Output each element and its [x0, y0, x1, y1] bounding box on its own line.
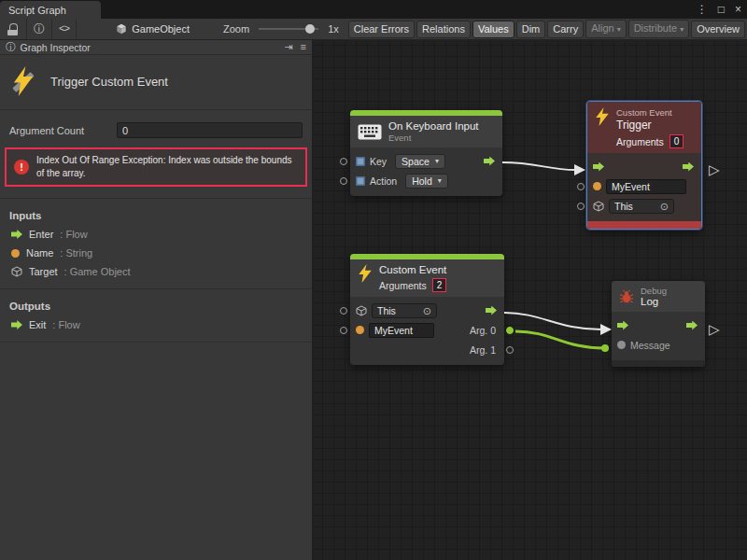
flow-in-port[interactable]: [617, 321, 628, 330]
trigger-out-port[interactable]: [484, 157, 495, 166]
overview-button[interactable]: Overview: [691, 21, 745, 38]
action-type-icon: [356, 176, 365, 186]
string-port-icon: [356, 326, 364, 334]
target-object-field[interactable]: This ⊙: [372, 303, 437, 318]
inspector-header: ⓘ Graph Inspector ⇥ ≡: [0, 40, 312, 55]
node-title: Trigger: [616, 119, 684, 132]
inspector-header-title: Graph Inspector: [21, 42, 91, 53]
keyboard-icon: [358, 124, 382, 140]
event-name-row: MyEvent: [593, 176, 696, 196]
tab-script-graph[interactable]: Script Graph: [0, 1, 101, 19]
lightning-icon: [358, 264, 373, 283]
gameobject-port-icon: [11, 266, 22, 277]
arg1-output-port[interactable]: [506, 346, 514, 354]
event-name-field[interactable]: MyEvent: [606, 179, 686, 194]
arguments-count-badge[interactable]: 0: [669, 134, 684, 148]
node-trigger-custom-event[interactable]: Custom Event Trigger Arguments 0: [586, 101, 702, 230]
message-row: Message: [617, 335, 699, 355]
gameobject-icon: [116, 23, 127, 35]
flow-out-port[interactable]: [683, 162, 694, 172]
main-area: ⓘ Graph Inspector ⇥ ≡ Trigger Custom Eve…: [0, 40, 747, 560]
node-title: Custom Event: [379, 264, 446, 275]
node-header[interactable]: Custom Event Arguments 2: [350, 259, 504, 297]
tab-label: Script Graph: [8, 5, 66, 16]
chevron-down-icon: ▾: [438, 176, 442, 185]
arguments-count-badge[interactable]: 2: [432, 278, 447, 292]
divider: [0, 288, 312, 289]
arg1-label: Arg. 1: [470, 344, 499, 356]
error-text: Index Out Of Range Exception: Index was …: [36, 154, 298, 180]
zoom-slider-knob[interactable]: [305, 24, 315, 34]
object-picker-icon[interactable]: ⊙: [423, 306, 431, 315]
carry-button[interactable]: Carry: [547, 21, 584, 38]
custom-event-unit-icon: [9, 66, 37, 96]
object-picker-icon[interactable]: ⊙: [660, 202, 669, 211]
key-port-row: Key Space ▾: [356, 151, 497, 171]
node-footer: [612, 360, 705, 367]
zoom-value: 1x: [328, 23, 339, 35]
chevron-down-icon: ▾: [617, 25, 621, 34]
node-body: Key Space ▾ Action Hold ▾: [350, 147, 502, 196]
key-dropdown[interactable]: Space ▾: [395, 154, 445, 169]
key-input-port[interactable]: [340, 158, 347, 165]
flow-port-row: [617, 315, 699, 335]
align-button[interactable]: Align▾: [585, 20, 626, 38]
graph-toolbar: ⓘ <> GameObject Zoom 1x Clear Errors Rel…: [0, 19, 747, 40]
node-header-text: Custom Event Arguments 2: [379, 264, 446, 292]
inspector-output-exit: Exit : Flow: [11, 319, 301, 330]
window-menu-icon[interactable]: ⋮: [697, 3, 708, 16]
flow-port-row: [593, 157, 696, 176]
name-input-port[interactable]: [577, 183, 585, 190]
lightning-icon: [595, 107, 610, 126]
panel-menu-icon[interactable]: ≡: [301, 41, 306, 53]
flow-out-port[interactable]: [686, 321, 698, 330]
node-custom-event[interactable]: Custom Event Arguments 2: [350, 254, 504, 365]
close-icon[interactable]: ×: [735, 3, 741, 16]
lock-icon[interactable]: [7, 23, 19, 35]
dim-button[interactable]: Dim: [516, 21, 546, 38]
node-title: On Keyboard Input: [388, 120, 479, 132]
argument-count-input[interactable]: [117, 122, 303, 138]
node-category: Custom Event: [616, 107, 684, 118]
graph-canvas[interactable]: On Keyboard Input Event Key Space ▾: [313, 40, 747, 560]
arg1-row: Arg. 1: [356, 340, 499, 359]
node-header[interactable]: On Keyboard Input Event: [350, 116, 502, 147]
argument-count-label: Argument Count: [9, 125, 117, 136]
gameobject-port-icon: [356, 305, 367, 316]
target-input-port[interactable]: [577, 203, 585, 210]
code-icon[interactable]: <>: [52, 19, 76, 40]
key-type-icon: [356, 157, 365, 166]
string-port-icon: [11, 249, 20, 258]
node-debug-log[interactable]: Debug Log Message: [612, 281, 705, 367]
inputs-header: Inputs: [9, 210, 303, 221]
name-input-port[interactable]: [340, 327, 347, 334]
target-input-port[interactable]: [340, 307, 347, 315]
node-header[interactable]: Custom Event Trigger Arguments 0: [587, 102, 701, 153]
flow-in-port[interactable]: [593, 162, 604, 172]
inspector-input-name: Name : String: [11, 247, 301, 259]
node-on-keyboard-input[interactable]: On Keyboard Input Event Key Space ▾: [350, 110, 502, 196]
target-object-field[interactable]: This ⊙: [609, 199, 674, 214]
distribute-button[interactable]: Distribute▾: [628, 20, 689, 38]
relations-button[interactable]: Relations: [416, 21, 471, 38]
event-name-field[interactable]: MyEvent: [369, 323, 434, 338]
zoom-slider[interactable]: [259, 28, 318, 30]
gameobject-selector[interactable]: GameObject: [116, 23, 190, 35]
clear-errors-button[interactable]: Clear Errors: [348, 21, 415, 38]
tab-bar: Script Graph ⋮ □ ×: [0, 0, 747, 19]
info-icon[interactable]: ⓘ: [27, 19, 51, 40]
string-port-icon: [593, 182, 601, 190]
dock-icon[interactable]: ⇥: [284, 41, 292, 53]
flow-out-port[interactable]: [486, 306, 497, 315]
outputs-header: Outputs: [9, 301, 303, 312]
values-button[interactable]: Values: [472, 21, 514, 38]
action-dropdown[interactable]: Hold ▾: [405, 174, 448, 189]
divider: [0, 342, 312, 343]
inspector-input-target: Target : Game Object: [11, 266, 301, 277]
maximize-icon[interactable]: □: [718, 3, 725, 16]
node-header[interactable]: Debug Log: [612, 281, 705, 312]
graph-inspector-panel: ⓘ Graph Inspector ⇥ ≡ Trigger Custom Eve…: [0, 40, 313, 560]
action-input-port[interactable]: [340, 177, 347, 185]
arg0-output-port[interactable]: [506, 327, 514, 334]
gameobject-port-icon: [593, 201, 604, 212]
